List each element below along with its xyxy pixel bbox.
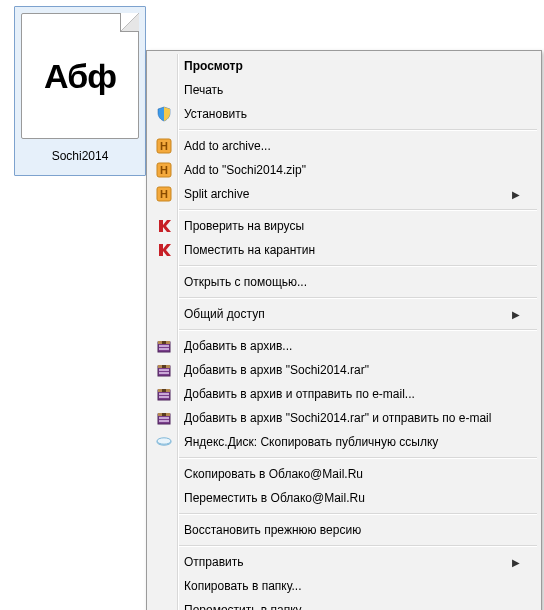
page-fold-decoration <box>120 13 139 32</box>
menu-add-zip[interactable]: H Add to "Sochi2014.zip" <box>149 158 539 182</box>
svg-rect-9 <box>159 345 169 347</box>
hamster-icon: H <box>156 138 172 154</box>
svg-rect-20 <box>159 396 169 398</box>
file-tile[interactable]: Абф Sochi2014 <box>14 6 146 176</box>
menu-mail-move[interactable]: Переместить в Облако@Mail.Ru <box>149 486 539 510</box>
menu-mail-copy-label: Скопировать в Облако@Mail.Ru <box>184 467 520 481</box>
menu-separator <box>179 329 537 331</box>
svg-text:H: H <box>160 164 168 176</box>
menu-quarantine[interactable]: Поместить на карантин <box>149 238 539 262</box>
menu-scan-virus-label: Проверить на вирусы <box>184 219 520 233</box>
hamster-icon: H <box>156 186 172 202</box>
font-preview-glyphs: Абф <box>44 57 116 96</box>
menu-separator <box>179 297 537 299</box>
svg-rect-25 <box>159 420 169 422</box>
svg-rect-23 <box>162 413 166 416</box>
menu-send-to-label: Отправить <box>184 555 512 569</box>
menu-separator <box>179 265 537 267</box>
menu-move-to[interactable]: Переместить в папку... <box>149 598 539 610</box>
menu-sharing[interactable]: Общий доступ ▶ <box>149 302 539 326</box>
svg-text:H: H <box>160 140 168 152</box>
file-name-label: Sochi2014 <box>52 149 109 163</box>
menu-restore-label: Восстановить прежнюю версию <box>184 523 520 537</box>
svg-rect-13 <box>162 365 166 368</box>
menu-yadisk-label: Яндекс.Диск: Скопировать публичную ссылк… <box>184 435 520 449</box>
svg-rect-19 <box>159 393 169 395</box>
submenu-arrow-icon: ▶ <box>512 557 520 568</box>
submenu-arrow-icon: ▶ <box>512 309 520 320</box>
menu-rar-add[interactable]: Добавить в архив... <box>149 334 539 358</box>
menu-install[interactable]: Установить <box>149 102 539 126</box>
submenu-arrow-icon: ▶ <box>512 189 520 200</box>
winrar-icon <box>156 338 172 354</box>
menu-rar-email[interactable]: Добавить в архив и отправить по e-mail..… <box>149 382 539 406</box>
kaspersky-icon <box>156 242 172 258</box>
menu-split-archive-label: Split archive <box>184 187 512 201</box>
menu-mail-move-label: Переместить в Облако@Mail.Ru <box>184 491 520 505</box>
context-menu: Просмотр Печать Установить H Add to arch… <box>146 50 542 610</box>
menu-open-with-label: Открыть с помощью... <box>184 275 520 289</box>
menu-preview[interactable]: Просмотр <box>149 54 539 78</box>
menu-send-to[interactable]: Отправить ▶ <box>149 550 539 574</box>
menu-yadisk[interactable]: Яндекс.Диск: Скопировать публичную ссылк… <box>149 430 539 454</box>
svg-text:H: H <box>160 188 168 200</box>
menu-move-to-label: Переместить в папку... <box>184 603 520 610</box>
menu-restore[interactable]: Восстановить прежнюю версию <box>149 518 539 542</box>
svg-rect-14 <box>159 369 169 371</box>
svg-rect-18 <box>162 389 166 392</box>
menu-separator <box>179 513 537 515</box>
menu-separator <box>179 545 537 547</box>
menu-separator <box>179 129 537 131</box>
svg-rect-24 <box>159 417 169 419</box>
menu-install-label: Установить <box>184 107 520 121</box>
menu-rar-named-email-label: Добавить в архив "Sochi2014.rar" и отпра… <box>184 411 520 425</box>
svg-rect-15 <box>159 372 169 374</box>
menu-split-archive[interactable]: H Split archive ▶ <box>149 182 539 206</box>
menu-separator <box>179 457 537 459</box>
menu-rar-add-named-label: Добавить в архив "Sochi2014.rar" <box>184 363 520 377</box>
menu-add-archive-label: Add to archive... <box>184 139 520 153</box>
menu-rar-add-label: Добавить в архив... <box>184 339 520 353</box>
menu-preview-label: Просмотр <box>184 59 520 73</box>
menu-open-with[interactable]: Открыть с помощью... <box>149 270 539 294</box>
menu-print-label: Печать <box>184 83 520 97</box>
svg-rect-10 <box>159 348 169 350</box>
yandex-disk-icon <box>156 434 172 450</box>
menu-quarantine-label: Поместить на карантин <box>184 243 520 257</box>
shield-icon <box>156 106 172 122</box>
menu-separator <box>179 209 537 211</box>
menu-add-archive[interactable]: H Add to archive... <box>149 134 539 158</box>
svg-rect-8 <box>162 341 166 344</box>
menu-rar-email-label: Добавить в архив и отправить по e-mail..… <box>184 387 520 401</box>
font-file-thumbnail: Абф <box>21 13 139 139</box>
menu-scan-virus[interactable]: Проверить на вирусы <box>149 214 539 238</box>
hamster-icon: H <box>156 162 172 178</box>
winrar-icon <box>156 362 172 378</box>
menu-sharing-label: Общий доступ <box>184 307 512 321</box>
menu-copy-to-label: Копировать в папку... <box>184 579 520 593</box>
menu-rar-named-email[interactable]: Добавить в архив "Sochi2014.rar" и отпра… <box>149 406 539 430</box>
menu-print[interactable]: Печать <box>149 78 539 102</box>
kaspersky-icon <box>156 218 172 234</box>
winrar-icon <box>156 410 172 426</box>
menu-mail-copy[interactable]: Скопировать в Облако@Mail.Ru <box>149 462 539 486</box>
menu-add-zip-label: Add to "Sochi2014.zip" <box>184 163 520 177</box>
menu-copy-to[interactable]: Копировать в папку... <box>149 574 539 598</box>
svg-point-27 <box>157 438 171 444</box>
menu-rar-add-named[interactable]: Добавить в архив "Sochi2014.rar" <box>149 358 539 382</box>
winrar-icon <box>156 386 172 402</box>
